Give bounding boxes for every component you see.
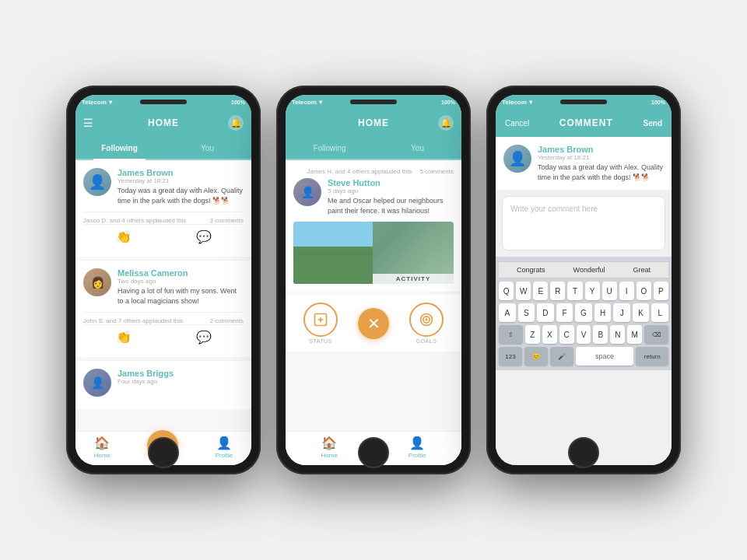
post-meta-0: James Brown Yesterday at 18:21 Today was… xyxy=(117,168,244,205)
kbd-row-2: A S D F G H J K L xyxy=(499,303,668,322)
profile-section: James H. and 4 others applauded this 5 c… xyxy=(286,160,461,465)
key-emoji[interactable]: 😊 xyxy=(524,347,548,366)
post-header-2: 👤 James Briggs Four days ago xyxy=(83,369,244,397)
key-shift[interactable]: ⇧ xyxy=(499,325,523,344)
tab-following-1[interactable]: Following xyxy=(75,137,163,159)
comment-input[interactable]: Write your comment here xyxy=(502,196,665,250)
comment-title: COMMENT xyxy=(559,117,613,128)
grass-scene xyxy=(293,222,373,284)
key-return[interactable]: return xyxy=(636,347,668,366)
bell-icon-2[interactable]: 🔔 xyxy=(438,115,454,131)
key-u[interactable]: U xyxy=(602,282,617,300)
cancel-button[interactable]: Cancel xyxy=(505,119,529,128)
key-b[interactable]: B xyxy=(593,325,608,344)
key-k[interactable]: K xyxy=(633,303,650,322)
avatar-james-brown-3: 👤 xyxy=(503,145,531,173)
tab-you-2[interactable]: You xyxy=(374,137,461,159)
kbd-row-1: Q W E R T Y U I O P xyxy=(499,282,668,300)
phones-container: Telecom ▾ 4:21 PM 100% ☰ HOME 🔔 Followin… xyxy=(51,70,696,490)
post-applause-0: Jason D. and 4 others applauded this xyxy=(83,217,187,224)
applause-btn-0[interactable]: 👏 xyxy=(116,229,132,244)
profile-label-1: Profile xyxy=(216,452,233,459)
comment-post-text: Today was a great day with Alex. Quality… xyxy=(538,163,664,182)
key-w[interactable]: W xyxy=(516,282,531,300)
key-backspace[interactable]: ⌫ xyxy=(644,325,668,344)
action-status-col: STATUS xyxy=(303,303,338,344)
post-comments-0: 3 comments xyxy=(209,217,244,224)
key-n[interactable]: N xyxy=(610,325,625,344)
featured-post: James H. and 4 others applauded this 5 c… xyxy=(286,160,461,292)
key-z[interactable]: Z xyxy=(525,325,540,344)
key-j[interactable]: J xyxy=(613,303,630,322)
fab-button-1[interactable]: + xyxy=(147,430,178,461)
comment-btn-0[interactable]: 💬 xyxy=(196,229,212,244)
featured-text: Me and Oscar helped our neighbours paint… xyxy=(328,196,454,215)
tabs-2: Following You xyxy=(286,137,461,160)
profile-label-2: Profile xyxy=(409,452,426,459)
phone-1-screen: Telecom ▾ 4:21 PM 100% ☰ HOME 🔔 Followin… xyxy=(75,95,251,465)
key-123[interactable]: 123 xyxy=(499,347,522,366)
comment-placeholder: Write your comment here xyxy=(510,205,598,213)
key-t[interactable]: T xyxy=(567,282,582,300)
goals-action-btn[interactable] xyxy=(409,303,444,337)
key-i[interactable]: I xyxy=(619,282,634,300)
key-d[interactable]: D xyxy=(537,303,554,322)
status-bar-1: Telecom ▾ 4:21 PM 100% xyxy=(75,95,251,109)
key-v[interactable]: V xyxy=(577,325,591,344)
nav-home-1[interactable]: 🏠 Home xyxy=(94,436,110,459)
svg-point-5 xyxy=(426,319,427,320)
key-l[interactable]: L xyxy=(651,303,668,322)
status-bar-3: Telecom ▾ 4:21 PM 100% xyxy=(496,95,672,109)
tab-you-1[interactable]: You xyxy=(163,137,251,159)
key-r[interactable]: R xyxy=(550,282,565,300)
key-mic[interactable]: 🎤 xyxy=(550,347,573,366)
nav-profile-2[interactable]: 👤 Profile xyxy=(409,436,426,459)
key-o[interactable]: O xyxy=(637,282,651,300)
post-author-1: Melissa Cameron xyxy=(117,268,244,278)
key-m[interactable]: M xyxy=(627,325,642,344)
close-fab-btn[interactable]: ✕ xyxy=(358,308,389,339)
nav-home-2[interactable]: 🏠 Home xyxy=(321,436,337,459)
key-p[interactable]: P xyxy=(654,282,668,300)
featured-comments: 5 comments xyxy=(419,168,454,175)
key-e[interactable]: E xyxy=(533,282,548,300)
phone-1: Telecom ▾ 4:21 PM 100% ☰ HOME 🔔 Followin… xyxy=(66,86,261,474)
quick-word-2[interactable]: Great xyxy=(633,266,651,274)
signal-1: Telecom ▾ xyxy=(82,99,112,106)
comment-btn-1[interactable]: 💬 xyxy=(196,330,212,345)
home-icon-1: 🏠 xyxy=(94,436,110,450)
app-header-1: ☰ HOME 🔔 xyxy=(75,109,251,137)
post-actions-1: 👏 💬 xyxy=(83,324,244,349)
quick-word-0[interactable]: Congrats xyxy=(517,266,545,274)
phone-3-screen: Telecom ▾ 4:21 PM 100% Cancel COMMENT Se… xyxy=(496,95,672,465)
key-s[interactable]: S xyxy=(518,303,535,322)
key-g[interactable]: G xyxy=(575,303,592,322)
tab-following-2[interactable]: Following xyxy=(286,137,374,159)
home-label-1: Home xyxy=(94,452,110,459)
key-q[interactable]: Q xyxy=(499,282,514,300)
post-footer-0: Jason D. and 4 others applauded this 3 c… xyxy=(83,212,244,224)
menu-icon[interactable]: ☰ xyxy=(83,117,93,129)
post-author-0: James Brown xyxy=(117,168,244,177)
status-action-btn[interactable] xyxy=(303,303,338,337)
post-header-0: 👤 James Brown Yesterday at 18:21 Today w… xyxy=(83,168,244,205)
key-y[interactable]: Y xyxy=(585,282,600,300)
post-footer-1: John S. and 7 others applauded this 2 co… xyxy=(83,312,244,324)
send-button[interactable]: Send xyxy=(644,119,662,128)
bell-icon-1[interactable]: 🔔 xyxy=(228,115,244,131)
quick-word-1[interactable]: Wonderful xyxy=(573,266,605,274)
applause-btn-1[interactable]: 👏 xyxy=(116,330,132,345)
feed-1: 👤 James Brown Yesterday at 18:21 Today w… xyxy=(75,160,251,431)
action-goals-col: GOALS xyxy=(409,303,444,344)
key-h[interactable]: H xyxy=(594,303,612,322)
nav-profile-1[interactable]: 👤 Profile xyxy=(216,436,233,459)
key-a[interactable]: A xyxy=(499,303,516,322)
key-x[interactable]: X xyxy=(542,325,557,344)
key-space[interactable]: space xyxy=(576,347,634,366)
key-c[interactable]: C xyxy=(559,325,574,344)
post-time-2: Four days ago xyxy=(117,378,244,385)
carrier-1: Telecom xyxy=(82,99,107,106)
profile-image-post: ACTIVITY xyxy=(293,222,454,284)
key-f[interactable]: F xyxy=(556,303,573,322)
avatar-james-briggs: 👤 xyxy=(83,369,111,397)
